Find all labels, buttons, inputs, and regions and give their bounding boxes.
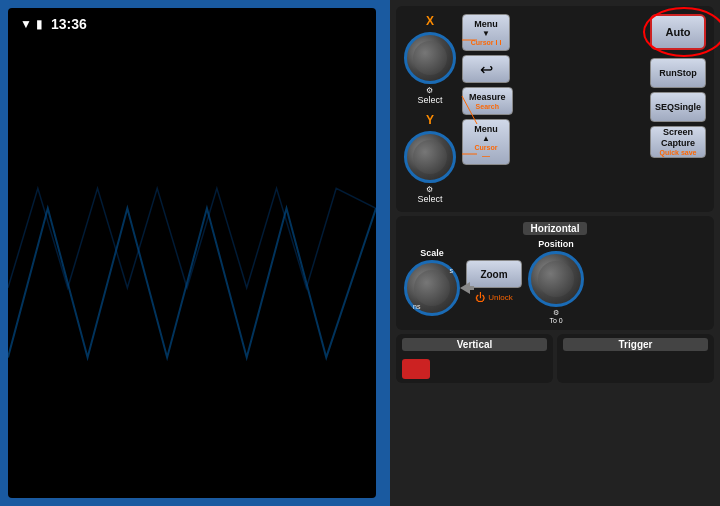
to0-label: ⚙ To 0 [549, 309, 562, 324]
right-buttons: Auto Run Stop SEQ Single Screen Capture [650, 14, 706, 204]
vertical-title: Vertical [402, 338, 547, 351]
power-icon: ⏻ [475, 292, 485, 303]
menu-button[interactable]: Menu ▼ Cursor I I [462, 14, 510, 51]
y-label: Y [426, 113, 434, 127]
zoom-button[interactable]: Zoom [466, 260, 522, 288]
horizontal-section: Horizontal Scale s ns [396, 216, 714, 330]
vertical-button-red[interactable] [402, 359, 430, 379]
screen-capture-button[interactable]: Screen Capture Quick save [650, 126, 706, 158]
to0-icon: ⚙ [553, 309, 559, 317]
bottom-sections: Vertical Trigger [396, 334, 714, 383]
vertical-section: Vertical [396, 334, 553, 383]
scale-dial[interactable]: s ns [404, 260, 460, 316]
scale-label: Scale [420, 248, 444, 258]
s-label: s [450, 267, 454, 274]
auto-button[interactable]: Auto [650, 14, 706, 50]
horizontal-inner: Scale s ns Zoom [404, 239, 706, 324]
menu2-button[interactable]: Menu ▲ Cursor — [462, 119, 510, 165]
back-row: ↩ [462, 55, 644, 83]
x-label: X [426, 14, 434, 28]
position-group: Position ⚙ To 0 [528, 239, 584, 324]
menu-cursor-row: Menu ▼ Cursor I I [462, 14, 644, 51]
measure-row: Measure Search [462, 87, 644, 115]
menu2-cursor-row: Menu ▲ Cursor — [462, 119, 644, 165]
ns-label: ns [413, 303, 420, 310]
run-stop-button[interactable]: Run Stop [650, 58, 706, 88]
scale-arrow [460, 278, 474, 298]
zoom-unlock-group: Zoom ⏻ Unlock [466, 260, 522, 303]
unlock-row: ⏻ Unlock [475, 292, 512, 303]
x-select-label: ⚙ Select [417, 86, 442, 105]
unlock-label: Unlock [488, 293, 512, 302]
main-controls: X ⚙ Select Y ⚙ Select [396, 6, 714, 212]
trigger-section: Trigger [557, 334, 714, 383]
oscilloscope-screen: ▼ ▮ 13:36 [8, 8, 376, 498]
y-dial[interactable] [404, 131, 456, 183]
measure-button[interactable]: Measure Search [462, 87, 513, 115]
position-label: Position [538, 239, 574, 249]
horizontal-title: Horizontal [523, 222, 588, 235]
trigger-title: Trigger [563, 338, 708, 351]
dials-section: X ⚙ Select Y ⚙ Select [404, 14, 456, 204]
y-select-label: ⚙ Select [417, 185, 442, 204]
controls-panel: X ⚙ Select Y ⚙ Select [390, 0, 720, 506]
x-dial[interactable] [404, 32, 456, 84]
seq-single-button[interactable]: SEQ Single [650, 92, 706, 122]
screen-panel: ▼ ▮ 13:36 [0, 0, 390, 506]
wave-display [8, 8, 376, 498]
position-dial[interactable] [528, 251, 584, 307]
scale-group: Scale s ns [404, 248, 460, 316]
back-button[interactable]: ↩ [462, 55, 510, 83]
